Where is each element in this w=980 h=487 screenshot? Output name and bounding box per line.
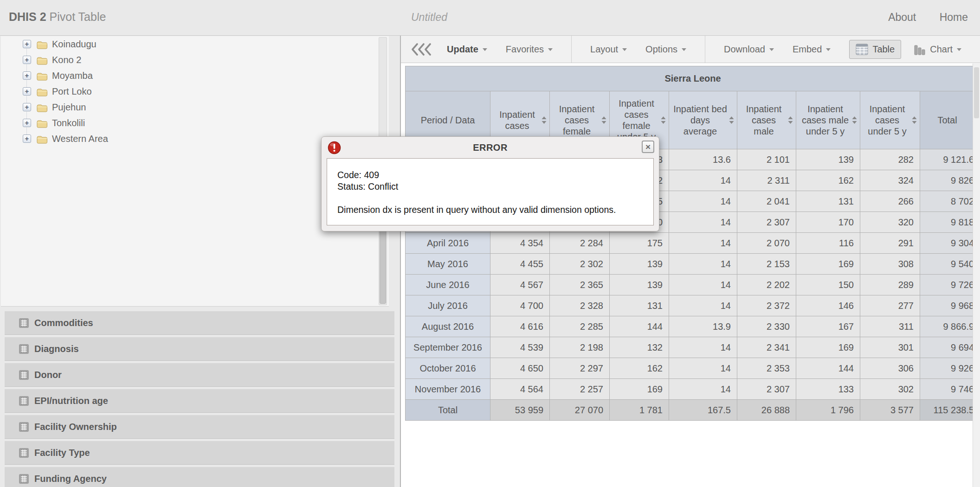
caret-down-icon bbox=[483, 48, 487, 53]
tree-item-label[interactable]: Port Loko bbox=[52, 83, 92, 99]
tree-item: +Pujehun bbox=[1, 99, 389, 115]
about-link[interactable]: About bbox=[888, 11, 916, 23]
dimension-grid-icon bbox=[19, 448, 29, 458]
tree-item-label[interactable]: Pujehun bbox=[52, 99, 86, 115]
favorites-button[interactable]: Favorites bbox=[506, 44, 553, 55]
chart-view-button[interactable]: Chart bbox=[914, 44, 961, 55]
dimension-grid-icon bbox=[19, 474, 29, 484]
layout-button[interactable]: Layout bbox=[590, 44, 627, 55]
value-cell: 2 202 bbox=[737, 275, 796, 295]
value-cell: 308 bbox=[860, 254, 920, 275]
pivot-content-area: Sierra LeonePeriod / DataInpatient cases… bbox=[401, 64, 980, 487]
value-cell: 116 bbox=[796, 233, 860, 254]
caret-down-icon bbox=[682, 48, 686, 53]
embed-button[interactable]: Embed bbox=[793, 44, 831, 55]
sort-icon[interactable] bbox=[661, 116, 666, 124]
value-cell: 4 650 bbox=[490, 358, 550, 379]
accordion-section-commodities[interactable]: Commodities bbox=[5, 311, 394, 335]
value-cell: 306 bbox=[860, 358, 920, 379]
value-cell: 170 bbox=[796, 212, 860, 233]
tree-item-label[interactable]: Tonkolili bbox=[52, 115, 85, 131]
accordion-section-facility-ownership[interactable]: Facility Ownership bbox=[5, 415, 394, 439]
dimension-grid-icon bbox=[19, 318, 29, 328]
tree-item-label[interactable]: Kono 2 bbox=[52, 52, 81, 68]
value-cell: 2 341 bbox=[737, 337, 796, 358]
home-link[interactable]: Home bbox=[940, 11, 968, 23]
accordion-section-funding-agency[interactable]: Funding Agency bbox=[5, 467, 394, 487]
expand-icon[interactable]: + bbox=[23, 119, 31, 127]
column-header-cell[interactable]: Inpatient bed days average bbox=[669, 91, 737, 149]
value-cell: 2 284 bbox=[550, 233, 610, 254]
value-cell: 139 bbox=[610, 254, 669, 275]
expand-icon[interactable]: + bbox=[23, 71, 31, 80]
options-button[interactable]: Options bbox=[645, 44, 686, 55]
value-cell: 139 bbox=[610, 275, 669, 295]
value-cell: 14 bbox=[669, 379, 737, 400]
column-header-cell[interactable]: Inpatient cases male under 5 y bbox=[796, 91, 860, 149]
toolbar-separator bbox=[571, 36, 572, 63]
column-header-cell[interactable]: Inpatient cases male bbox=[737, 91, 796, 149]
column-header-cell[interactable]: Total bbox=[920, 91, 973, 149]
expand-icon[interactable]: + bbox=[23, 40, 31, 48]
value-cell: 2 307 bbox=[737, 212, 796, 233]
value-cell: 13.9 bbox=[669, 316, 737, 337]
caret-down-icon bbox=[957, 48, 961, 53]
sort-icon[interactable] bbox=[788, 116, 793, 124]
value-cell: 150 bbox=[796, 275, 860, 295]
value-cell: 14 bbox=[669, 170, 737, 191]
pivot-title: Sierra Leone bbox=[406, 66, 973, 91]
app-header: DHIS 2 Pivot Table Untitled About Home bbox=[0, 0, 980, 36]
toolbar-separator bbox=[705, 36, 705, 63]
value-cell: 9 866.9 bbox=[920, 316, 973, 337]
accordion-section-epi-nutrition-age[interactable]: EPI/nutrition age bbox=[5, 389, 394, 413]
dimension-grid-icon bbox=[19, 396, 29, 406]
accordion-section-donor[interactable]: Donor bbox=[5, 363, 394, 387]
value-cell: 2 311 bbox=[737, 170, 796, 191]
tree-item-label[interactable]: Koinadugu bbox=[52, 36, 97, 52]
value-cell: 133 bbox=[796, 379, 860, 400]
sort-icon[interactable] bbox=[601, 116, 606, 124]
update-button[interactable]: Update bbox=[447, 44, 487, 55]
tree-item: +Moyamba bbox=[1, 68, 389, 83]
collapse-west-panel-button[interactable] bbox=[411, 43, 437, 56]
value-cell: 2 257 bbox=[550, 379, 610, 400]
column-header-cell[interactable]: Inpatient cases under 5 y bbox=[860, 91, 920, 149]
expand-icon[interactable]: + bbox=[23, 87, 31, 96]
download-button[interactable]: Download bbox=[724, 44, 774, 55]
period-cell: August 2016 bbox=[406, 316, 490, 337]
error-dialog: ERROR × Code: 409 Status: Conflict Dimen… bbox=[321, 136, 659, 231]
period-cell: April 2016 bbox=[406, 233, 490, 254]
sort-icon[interactable] bbox=[542, 116, 547, 124]
tree-item: +Koinadugu bbox=[1, 36, 389, 52]
tree-item-label[interactable]: Western Area bbox=[52, 131, 108, 147]
expand-icon[interactable]: + bbox=[23, 135, 31, 143]
value-cell: 277 bbox=[860, 295, 920, 316]
value-cell: 324 bbox=[860, 170, 920, 191]
value-cell: 2 101 bbox=[737, 149, 796, 170]
expand-icon[interactable]: + bbox=[23, 103, 31, 111]
table-row: May 20164 4552 302139142 1531693089 540 bbox=[406, 254, 973, 275]
value-cell: 4 539 bbox=[490, 337, 550, 358]
error-dialog-titlebar[interactable]: ERROR × bbox=[322, 137, 659, 158]
value-cell: 9 818 bbox=[920, 212, 973, 233]
expand-icon[interactable]: + bbox=[23, 56, 31, 64]
table-row: September 20164 5392 198132142 341169301… bbox=[406, 337, 973, 358]
content-scrollbar[interactable] bbox=[973, 64, 980, 487]
value-cell: 2 328 bbox=[550, 295, 610, 316]
error-message-line: Dimension dx is present in query without… bbox=[337, 204, 649, 216]
value-cell: 131 bbox=[610, 295, 669, 316]
sort-icon[interactable] bbox=[912, 116, 917, 124]
sort-icon[interactable] bbox=[852, 116, 857, 124]
close-icon[interactable]: × bbox=[642, 141, 654, 153]
table-row: June 20164 5672 365139142 2021502899 726 bbox=[406, 275, 973, 295]
accordion-section-diagnosis[interactable]: Diagnosis bbox=[5, 337, 394, 361]
tree-item-label[interactable]: Moyamba bbox=[52, 68, 93, 83]
value-cell: 282 bbox=[860, 149, 920, 170]
accordion-section-label: Funding Agency bbox=[34, 474, 107, 484]
value-cell: 9 726 bbox=[920, 275, 973, 295]
sort-icon[interactable] bbox=[729, 116, 734, 124]
content-scrollbar-thumb[interactable] bbox=[974, 67, 979, 118]
accordion-section-facility-type[interactable]: Facility Type bbox=[5, 441, 394, 465]
table-view-button[interactable]: Table bbox=[849, 40, 901, 59]
value-cell: 4 455 bbox=[490, 254, 550, 275]
